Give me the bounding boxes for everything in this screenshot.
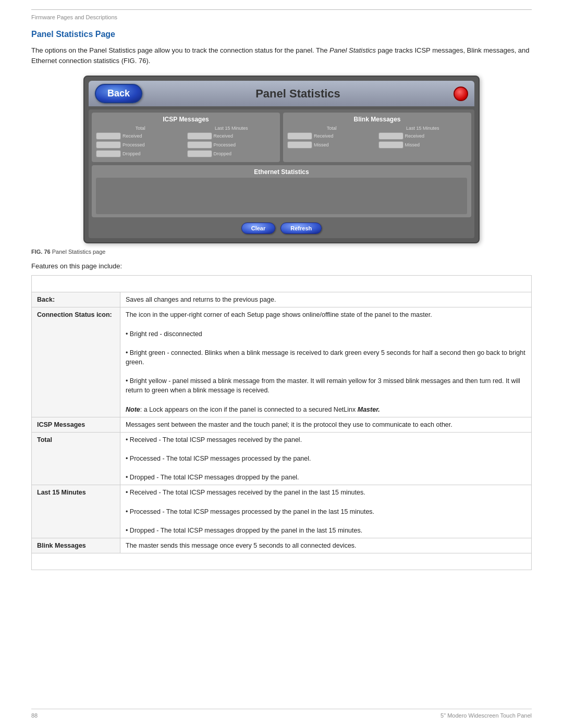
- blink-last15-header: Last 15 Minutes: [378, 126, 468, 131]
- table-label-back: Back:: [32, 292, 120, 307]
- icsp-last15-received-label: Received: [214, 133, 234, 139]
- intro-italic: Panel Statistics: [329, 46, 376, 54]
- table-value-last15: • Received - The total ICSP messages rec…: [120, 485, 532, 538]
- table-value-icsp: Messages sent between the master and the…: [120, 417, 532, 432]
- icsp-last15-dropped-row: Dropped: [187, 150, 276, 157]
- intro-paragraph: The options on the Panel Statistics page…: [31, 45, 532, 66]
- icsp-last15-received-row: Received: [187, 132, 276, 140]
- intro-text-before: The options on the Panel Statistics page…: [31, 46, 329, 54]
- ethernet-section: Ethernet Statistics: [92, 165, 471, 217]
- table-label-connection: Connection Status icon:: [32, 307, 120, 417]
- icsp-section-title: ICSP Messages: [96, 116, 276, 123]
- icsp-last15-header: Last 15 Minutes: [187, 126, 276, 131]
- refresh-button[interactable]: Refresh: [280, 223, 322, 234]
- icsp-last15-received-field: [187, 132, 212, 140]
- table-row: Connection Status icon: The icon in the …: [32, 307, 532, 417]
- blink-columns: Total Received Missed Last 15 Minu: [287, 126, 467, 150]
- blink-section: Blink Messages Total Received Missed: [283, 113, 471, 162]
- fig-caption: FIG. 76 Panel Statistics page: [31, 249, 532, 255]
- ethernet-title: Ethernet Statistics: [96, 168, 467, 176]
- connection-status-icon: [454, 87, 468, 101]
- cont-header-row: Panel Statistics Page (Cont.): [32, 553, 532, 570]
- features-table: Panel Statistics Page Back: Saves all ch…: [31, 275, 532, 570]
- breadcrumb: Firmware Pages and Descriptions: [31, 14, 532, 20]
- icsp-last15-processed-row: Processed: [187, 141, 276, 149]
- page-footer: 88 5" Modero Widescreen Touch Panel: [31, 709, 532, 719]
- blink-last15-missed-field: [378, 141, 403, 149]
- icsp-last15-dropped-field: [187, 150, 212, 157]
- page-number: 88: [31, 712, 38, 719]
- note-master: Master.: [358, 406, 380, 413]
- icsp-dropped-label: Dropped: [123, 151, 141, 156]
- blink-section-title: Blink Messages: [287, 116, 467, 123]
- table-value-total: • Received - The total ICSP messages rec…: [120, 432, 532, 485]
- panel-footer: Clear Refresh: [92, 220, 471, 235]
- icsp-last15-processed-label: Processed: [214, 142, 236, 147]
- icsp-total-header: Total: [96, 126, 185, 131]
- blink-missed-row: Missed: [287, 141, 376, 149]
- icsp-last15-col: Last 15 Minutes Received Processed: [187, 126, 276, 159]
- table-value-connection: The icon in the upper-right corner of ea…: [120, 307, 532, 417]
- top-rule: [31, 9, 532, 10]
- blink-missed-label: Missed: [314, 142, 329, 147]
- icsp-dropped-field: [96, 150, 121, 157]
- ethernet-body: [96, 178, 467, 214]
- panel-header: Back Panel Statistics: [89, 81, 474, 106]
- page-wrapper: Firmware Pages and Descriptions Panel St…: [0, 0, 563, 728]
- blink-last15-received-field: [378, 132, 403, 140]
- icsp-received-field: [96, 132, 121, 140]
- icsp-dropped-row: Dropped: [96, 150, 185, 157]
- fig-num: FIG. 76: [31, 249, 51, 255]
- table-label-blink: Blink Messages: [32, 538, 120, 553]
- icsp-processed-label: Processed: [123, 142, 145, 147]
- icsp-processed-field: [96, 141, 121, 149]
- icsp-received-row: Received: [96, 132, 185, 140]
- table-header-cell: Panel Statistics Page: [32, 276, 532, 292]
- section-title: Panel Statistics Page: [31, 30, 532, 39]
- panel-body: ICSP Messages Total Received Processed: [89, 109, 474, 238]
- icsp-columns: Total Received Processed D: [96, 126, 276, 159]
- table-label-last15: Last 15 Minutes: [32, 485, 120, 538]
- fig-caption-text: Panel Statistics page: [52, 249, 106, 255]
- table-header-row: Panel Statistics Page: [32, 276, 532, 292]
- icsp-total-col: Total Received Processed D: [96, 126, 185, 159]
- table-label-total: Total: [32, 432, 120, 485]
- clear-button[interactable]: Clear: [241, 223, 276, 234]
- blink-total-col: Total Received Missed: [287, 126, 376, 150]
- blink-last15-col: Last 15 Minutes Received Missed: [378, 126, 468, 150]
- cont-header-cell: Panel Statistics Page (Cont.): [32, 553, 532, 570]
- back-button[interactable]: Back: [95, 84, 142, 103]
- blink-last15-missed-row: Missed: [378, 141, 468, 149]
- blink-received-label: Received: [314, 133, 334, 139]
- table-value-back: Saves all changes and returns to the pre…: [120, 292, 532, 307]
- icsp-section: ICSP Messages Total Received Processed: [92, 113, 280, 162]
- icsp-last15-processed-field: [187, 141, 212, 149]
- icsp-last15-dropped-label: Dropped: [214, 151, 232, 156]
- panel-ui-mockup: Back Panel Statistics ICSP Messages Tota…: [83, 76, 480, 243]
- blink-last15-missed-label: Missed: [405, 142, 420, 147]
- blink-missed-field: [287, 141, 312, 149]
- blink-received-field: [287, 132, 312, 140]
- panel-title: Panel Statistics: [142, 87, 454, 101]
- icsp-received-label: Received: [123, 133, 142, 139]
- table-row: Last 15 Minutes • Received - The total I…: [32, 485, 532, 538]
- product-name: 5" Modero Widescreen Touch Panel: [440, 712, 532, 719]
- table-row: ICSP Messages Messages sent between the …: [32, 417, 532, 432]
- icsp-processed-row: Processed: [96, 141, 185, 149]
- blink-received-row: Received: [287, 132, 376, 140]
- table-row: Total • Received - The total ICSP messag…: [32, 432, 532, 485]
- table-row: Blink Messages The master sends this mes…: [32, 538, 532, 553]
- table-row: Back: Saves all changes and returns to t…: [32, 292, 532, 307]
- messages-row: ICSP Messages Total Received Processed: [92, 113, 471, 162]
- note-italic: Note: [126, 406, 140, 413]
- features-intro: Features on this page include:: [31, 262, 532, 270]
- blink-last15-received-label: Received: [405, 133, 425, 139]
- table-label-icsp: ICSP Messages: [32, 417, 120, 432]
- blink-total-header: Total: [287, 126, 376, 131]
- table-value-blink: The master sends this message once every…: [120, 538, 532, 553]
- blink-last15-received-row: Received: [378, 132, 468, 140]
